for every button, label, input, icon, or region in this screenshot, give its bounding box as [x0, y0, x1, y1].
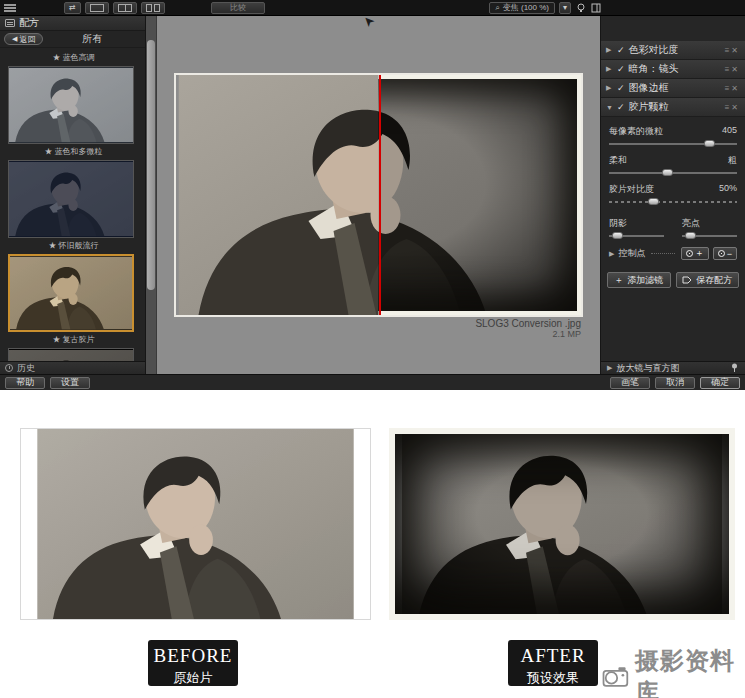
highlights-label: 亮点 [682, 217, 737, 230]
close-icon[interactable]: ✕ [731, 84, 740, 93]
comparison-section: BEFORE 原始片 AFTER 预设效果 摄影资料库 [0, 390, 745, 698]
pin-icon[interactable] [730, 363, 739, 373]
history-section-header[interactable]: 历史 [0, 361, 145, 374]
slider-thumb[interactable] [685, 232, 696, 239]
brush-button[interactable]: 画笔 [610, 377, 650, 389]
panels-icon[interactable] [591, 3, 601, 13]
add-filter-button[interactable]: ＋ 添加滤镜 [607, 272, 671, 288]
zoom-control[interactable]: ⌕ 变焦 (100 %) [489, 2, 555, 14]
settings-button[interactable]: 设置 [50, 377, 90, 389]
close-icon[interactable]: ✕ [731, 65, 740, 74]
preset-thumbnail-selected[interactable] [8, 254, 134, 332]
save-recipe-button[interactable]: 保存配方 [676, 272, 740, 288]
control-point-icon [718, 250, 725, 257]
lightbulb-icon[interactable] [576, 3, 586, 13]
preset-tint [9, 161, 133, 237]
shadows-mini-slider: 阴影 [609, 217, 664, 237]
chevron-right-icon[interactable]: ▶ [609, 250, 614, 258]
preset-thumbnail-blue[interactable] [8, 66, 134, 144]
filter-section-image-border[interactable]: ▶ ✓ 图像边框 ≡✕ [601, 79, 745, 98]
close-icon[interactable]: ✕ [731, 46, 740, 55]
checkbox-checked-icon[interactable]: ✓ [617, 83, 625, 93]
preset-thumbnail-partial[interactable] [8, 348, 134, 361]
checkbox-checked-icon[interactable]: ✓ [617, 64, 625, 74]
menu-icon[interactable] [4, 4, 16, 12]
help-button[interactable]: 帮助 [5, 377, 45, 389]
chevron-right-icon[interactable]: ▶ [606, 46, 613, 54]
chevron-right-icon[interactable]: ▶ [606, 65, 613, 73]
view-split-button[interactable] [113, 2, 137, 14]
chevron-down-icon: ▾ [563, 3, 567, 12]
cancel-button[interactable]: 取消 [655, 377, 695, 389]
view-single-button[interactable] [85, 2, 109, 14]
preset-label[interactable]: ★ 蓝色高调 [8, 50, 139, 66]
slider-track[interactable] [609, 172, 737, 174]
slider-thumb[interactable] [648, 198, 659, 205]
checkbox-checked-icon[interactable]: ✓ [617, 45, 625, 55]
section-menu-close-icons[interactable]: ≡✕ [725, 46, 740, 55]
recipes-header[interactable]: 配方 [0, 16, 145, 31]
remove-control-point-button[interactable]: − [713, 247, 737, 260]
split-view-icon [118, 4, 132, 12]
film-grain-controls: 每像素的微粒 405 柔和 粗 胶片对比度 50% [601, 117, 745, 272]
filter-all-label[interactable]: 所有 [43, 32, 141, 46]
slider-track[interactable] [682, 235, 737, 237]
close-icon[interactable]: ✕ [731, 103, 740, 112]
filter-section-vignette-lens[interactable]: ▶ ✓ 暗角：镜头 ≡✕ [601, 60, 745, 79]
split-preview-image[interactable] [176, 75, 581, 315]
filter-section-film-grain[interactable]: ▼ ✓ 胶片颗粒 ≡✕ [601, 98, 745, 117]
section-menu-close-icons[interactable]: ≡✕ [725, 65, 740, 74]
rotate-compare-icon[interactable]: ⇄ [64, 2, 81, 14]
preset-label[interactable]: ★ 怀旧般流行 [8, 238, 139, 254]
slider-thumb[interactable] [662, 169, 673, 176]
slider-grain-per-pixel: 每像素的微粒 405 [609, 125, 737, 145]
preview-canvas[interactable]: ➤ SLOG3 Conversion .jpg 2.1 MP [157, 16, 600, 374]
side-by-side-view-icon [146, 4, 160, 12]
before-badge: BEFORE 原始片 [148, 640, 238, 686]
chevron-right-icon[interactable]: ▶ [607, 364, 612, 372]
compare-button[interactable]: 比较 [211, 2, 265, 14]
split-divider-line[interactable] [379, 75, 381, 315]
app-footer: 帮助 设置 画笔 取消 确定 [0, 374, 745, 390]
back-button[interactable]: ◀ 返回 [4, 33, 43, 45]
section-menu-close-icons[interactable]: ≡✕ [725, 84, 740, 93]
checkbox-checked-icon[interactable]: ✓ [617, 102, 625, 112]
slider-track[interactable] [609, 143, 737, 145]
recipes-title: 配方 [19, 16, 39, 30]
slider-softness: 柔和 粗 [609, 154, 737, 174]
after-badge: AFTER 预设效果 [508, 640, 598, 686]
plus-icon: ＋ [614, 274, 623, 287]
sidebar-scrollbar[interactable] [146, 16, 157, 374]
view-sidebyside-button[interactable] [141, 2, 165, 14]
editor-window: ⇄ 比较 ⌕ 变焦 (100 %) ▾ 配方 ◀ 返回 所有 [0, 0, 745, 390]
before-photo [20, 428, 371, 620]
loupe-histogram-header[interactable]: ▶ 放大镜与直方图 [601, 361, 745, 374]
chevron-right-icon[interactable]: ▶ [606, 84, 613, 92]
filter-section-color-contrast[interactable]: ▶ ✓ 色彩对比度 ≡✕ [601, 41, 745, 60]
before-badge-title: BEFORE [148, 645, 238, 667]
preset-label[interactable]: ★ 复古胶片 [8, 332, 139, 348]
ok-button[interactable]: 确定 [700, 377, 740, 389]
zoom-dropdown-button[interactable]: ▾ [559, 2, 571, 14]
shadows-label: 阴影 [609, 217, 664, 230]
scrollbar-thumb[interactable] [147, 40, 155, 290]
camera-icon [600, 663, 630, 691]
cursor-arrow-icon: ➤ [359, 12, 377, 30]
slider-thumb[interactable] [704, 140, 715, 147]
recipes-sidebar: 配方 ◀ 返回 所有 ★ 蓝色高调 ★ 蓝色和多微粒 ★ 怀旧般流行 ★ 复古胶… [0, 16, 146, 374]
filter-section-label: 胶片颗粒 [629, 100, 669, 114]
add-control-point-button[interactable]: ＋ [681, 247, 709, 260]
section-menu-close-icons[interactable]: ≡✕ [725, 103, 740, 112]
watermark-text: 摄影资料库 [635, 645, 745, 698]
slider-track[interactable] [609, 201, 737, 203]
slider-track[interactable] [609, 235, 664, 237]
filter-section-label: 暗角：镜头 [629, 62, 679, 76]
slider-thumb[interactable] [612, 232, 623, 239]
image-filesize: 2.1 MP [176, 329, 581, 340]
minus-icon: − [727, 249, 732, 259]
preset-thumbnail-darkblue[interactable] [8, 160, 134, 238]
preset-label[interactable]: ★ 蓝色和多微粒 [8, 144, 139, 160]
chevron-down-icon[interactable]: ▼ [606, 104, 613, 111]
after-badge-subtitle: 预设效果 [508, 669, 598, 687]
slider-film-contrast: 胶片对比度 50% [609, 183, 737, 203]
